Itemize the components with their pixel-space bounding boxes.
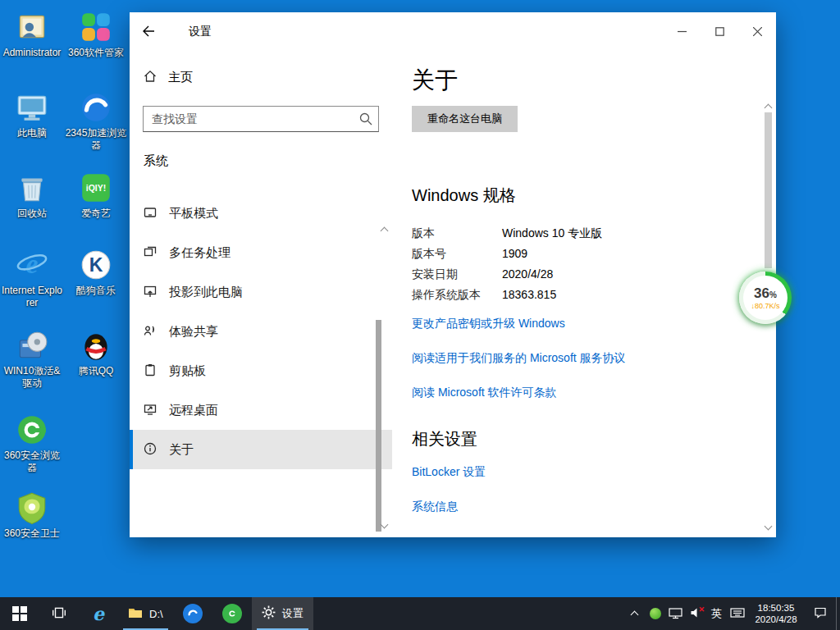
spec-value: 2020/4/28 xyxy=(502,264,553,285)
nav-item-label: 体验共享 xyxy=(169,324,218,340)
chevron-up-icon xyxy=(631,611,639,619)
kugou-icon: K xyxy=(79,248,113,282)
search-input[interactable] xyxy=(143,106,379,132)
desktop-icon-360-software-manager[interactable]: 360软件管家 xyxy=(65,10,127,59)
nav-item-label: 远程桌面 xyxy=(169,403,218,418)
nav-item-about[interactable]: 关于 xyxy=(130,430,392,469)
desktop-icon-administrator[interactable]: Administrator xyxy=(1,10,63,59)
clock[interactable]: 18:50:35 2020/4/28 xyxy=(747,597,805,630)
nav-item-tablet-mode[interactable]: 平板模式 xyxy=(130,194,392,233)
taskbar-2345-browser-button[interactable] xyxy=(173,597,212,630)
desktop-icon-kugou-music[interactable]: K 酷狗音乐 xyxy=(65,248,127,297)
desktop-icon-recycle-bin[interactable]: 回收站 xyxy=(1,171,63,220)
desktop-icon-360-browser[interactable]: 360安全浏览器 xyxy=(1,413,63,474)
desktop-icon-this-pc[interactable]: 此电脑 xyxy=(1,90,63,139)
2345-browser-icon xyxy=(79,90,113,125)
nav-item-remote-desktop[interactable]: 远程桌面 xyxy=(130,390,392,430)
task-view-button[interactable] xyxy=(39,597,79,630)
maximize-icon xyxy=(715,26,724,39)
desktop-icon-label: Administrator xyxy=(3,47,62,59)
desktop-icon-label: 回收站 xyxy=(17,208,47,220)
float-ball-face: 36% ↓80.7K/s xyxy=(743,276,788,320)
spec-label: 操作系统版本 xyxy=(412,285,502,305)
minimize-button[interactable] xyxy=(663,12,701,52)
taskbar-explorer-button[interactable]: D:\ xyxy=(118,597,173,630)
ime-indicator[interactable]: 英 xyxy=(706,597,727,630)
related-settings-title: 相关设置 xyxy=(412,428,732,450)
360-manager-icon xyxy=(79,10,113,44)
installer-disc-icon xyxy=(15,328,49,363)
360-browser-icon xyxy=(15,413,49,447)
nav-item-projecting[interactable]: 投影到此电脑 xyxy=(130,272,392,312)
shared-experiences-icon xyxy=(144,324,157,340)
tray-volume-button[interactable]: ✕ xyxy=(686,597,706,630)
desktop-icon-win10-activate[interactable]: WIN10激活&驱动 xyxy=(1,328,63,390)
touch-keyboard-button[interactable] xyxy=(727,597,747,630)
desktop-icon-iqiyi[interactable]: iQIY! 爱奇艺 xyxy=(65,171,127,220)
search-box xyxy=(143,106,379,132)
360-browser-icon xyxy=(222,604,242,623)
rename-pc-button[interactable]: 重命名这台电脑 xyxy=(412,106,518,132)
ie-icon: e xyxy=(15,248,49,282)
change-product-key-link[interactable]: 更改产品密钥或升级 Windows xyxy=(412,317,732,331)
content-scrollbar-thumb[interactable] xyxy=(765,112,772,268)
desktop-icon-label: Internet Explorer xyxy=(1,285,63,309)
qq-penguin-icon xyxy=(79,328,113,363)
this-pc-icon xyxy=(15,90,49,125)
title-bar: 设置 xyxy=(130,12,776,52)
tray-expand-button[interactable] xyxy=(624,597,645,630)
projector-screen-icon xyxy=(144,285,157,300)
scroll-down-icon[interactable] xyxy=(765,518,771,532)
taskbar-settings-button[interactable]: 设置 xyxy=(252,597,313,630)
nav-section-label: 系统 xyxy=(144,153,392,169)
spec-row-edition: 版本 Windows 10 专业版 xyxy=(412,223,732,244)
spec-row-version: 版本号 1909 xyxy=(412,244,732,264)
spec-label: 安装日期 xyxy=(412,264,502,285)
settings-nav-pane: 主页 系统 平板模式 多任务处理 xyxy=(130,52,392,537)
nav-scrollbar-thumb[interactable] xyxy=(376,320,381,532)
bitlocker-settings-link[interactable]: BitLocker 设置 xyxy=(412,465,732,480)
spec-value: 1909 xyxy=(502,244,527,264)
nav-item-multitasking[interactable]: 多任务处理 xyxy=(130,233,392,272)
taskbar-360-browser-button[interactable] xyxy=(212,597,252,630)
action-center-button[interactable] xyxy=(805,597,836,630)
svg-text:K: K xyxy=(89,254,103,276)
taskbar-explorer-label: D:\ xyxy=(149,608,163,620)
taskbar-ie-button[interactable]: e xyxy=(79,597,118,630)
nav-scroll-down-icon[interactable] xyxy=(381,516,387,531)
tray-360-icon[interactable] xyxy=(645,597,665,630)
taskbar-empty-area xyxy=(313,597,624,630)
desktop-icon-tencent-qq[interactable]: 腾讯QQ xyxy=(65,328,127,377)
desktop-icon-internet-explorer[interactable]: e Internet Explorer xyxy=(1,248,63,309)
info-icon xyxy=(144,442,157,458)
show-desktop-button[interactable] xyxy=(836,597,840,630)
time-text: 18:50:35 xyxy=(758,602,795,614)
desktop-icon-2345-browser[interactable]: 2345加速浏览器 xyxy=(65,90,127,152)
nav-item-clipboard[interactable]: 剪贴板 xyxy=(130,351,392,390)
nav-item-label: 多任务处理 xyxy=(169,245,231,261)
close-button[interactable] xyxy=(738,12,776,52)
system-info-link[interactable]: 系统信息 xyxy=(412,500,732,514)
license-terms-link[interactable]: 阅读 Microsoft 软件许可条款 xyxy=(412,386,732,400)
svg-text:iQIY!: iQIY! xyxy=(86,183,107,193)
services-agreement-link[interactable]: 阅读适用于我们服务的 Microsoft 服务协议 xyxy=(412,351,732,366)
start-button[interactable] xyxy=(0,597,39,630)
nav-item-label: 投影到此电脑 xyxy=(169,285,243,300)
spec-label: 版本 xyxy=(412,223,502,244)
desktop-icon-label: 360安全浏览器 xyxy=(1,450,63,474)
notification-icon xyxy=(814,606,827,622)
keyboard-icon xyxy=(730,607,745,621)
network-icon xyxy=(669,606,682,622)
maximize-button[interactable] xyxy=(701,12,738,52)
desktop-icon-360-safe[interactable]: 360安全卫士 xyxy=(1,491,63,540)
tray-network-button[interactable] xyxy=(665,597,686,630)
360-speed-float-ball[interactable]: 36% ↓80.7K/s xyxy=(739,272,792,324)
nav-item-home[interactable]: 主页 xyxy=(130,62,392,93)
gear-icon xyxy=(262,605,276,622)
360-tray-icon xyxy=(650,608,661,619)
nav-item-label: 关于 xyxy=(169,442,194,458)
page-title: 关于 xyxy=(412,65,732,96)
nav-item-label: 剪贴板 xyxy=(169,363,206,379)
back-button[interactable] xyxy=(130,12,167,52)
nav-item-shared-experiences[interactable]: 体验共享 xyxy=(130,312,392,351)
